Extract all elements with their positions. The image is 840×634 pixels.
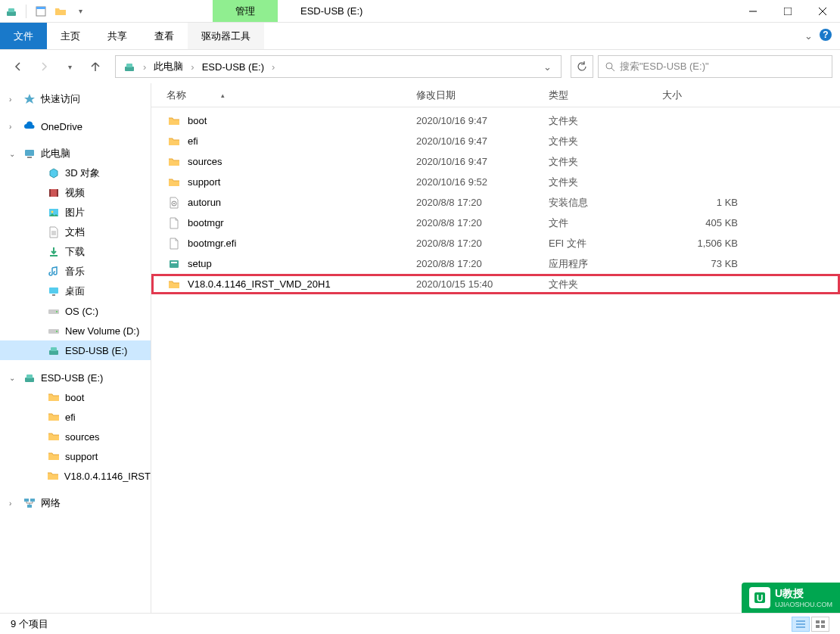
sidebar-item[interactable]: V18.0.4.1146_IRST [0,466,151,486]
sidebar-item[interactable]: OS (C:) [0,301,151,321]
tab-share[interactable]: 共享 [94,23,141,49]
expand-icon[interactable]: › [9,95,18,104]
file-row[interactable]: bootmgr 2020/8/8 17:20 文件 405 KB [151,213,840,233]
help-icon[interactable]: ? [819,28,832,44]
up-button[interactable] [85,56,106,77]
tab-drive-tools[interactable]: 驱动器工具 [188,23,264,49]
collapse-icon[interactable]: ⌄ [9,374,18,382]
watermark-badge-icon: U [749,587,770,608]
sidebar-label: ESD-USB (E:) [65,345,127,356]
chevron-right-icon[interactable]: › [189,61,195,73]
file-row[interactable]: sources 2020/10/16 9:47 文件夹 [151,151,840,172]
sidebar-item[interactable]: sources [0,427,151,446]
details-view-button[interactable] [792,617,810,632]
expand-icon[interactable]: › [9,499,18,508]
sidebar-label: boot [65,392,84,403]
recent-dropdown[interactable]: ▾ [59,56,80,77]
file-row[interactable]: bootmgr.efi 2020/8/8 17:20 EFI 文件 1,506 … [151,233,840,253]
file-date: 2020/8/8 17:20 [416,217,549,228]
tab-file[interactable]: 文件 [0,23,47,49]
column-size[interactable]: 大小 [662,89,738,102]
sidebar-item[interactable]: support [0,446,151,466]
sidebar-item[interactable]: New Volume (D:) [0,321,151,340]
exe-icon [166,256,182,272]
back-button[interactable] [8,56,29,77]
sidebar-item[interactable]: boot [0,387,151,407]
icons-view-button[interactable] [811,617,829,632]
address-dropdown[interactable]: ⌄ [537,61,558,73]
tab-view[interactable]: 查看 [141,23,188,49]
navigation-pane[interactable]: › 快速访问 › OneDrive ⌄ 此电脑 3D 对象 视频 [0,83,151,613]
sidebar-label: 网络 [41,496,61,510]
sidebar-item[interactable]: 桌面 [0,281,151,301]
ribbon: 文件 主页 共享 查看 驱动器工具 ⌄ ? [0,23,840,50]
column-type[interactable]: 类型 [549,89,662,102]
sidebar-network[interactable]: › 网络 [0,493,151,513]
sidebar-label: OneDrive [41,121,82,132]
sidebar-item[interactable]: 下载 [0,242,151,262]
minimize-button[interactable] [736,0,770,23]
picture-icon [47,206,61,219]
sidebar-label: 3D 对象 [65,166,100,180]
folder-icon [47,430,61,443]
sidebar-item[interactable]: 文档 [0,222,151,242]
svg-rect-46 [816,625,820,628]
sidebar-onedrive[interactable]: › OneDrive [0,117,151,136]
file-row[interactable]: autorun 2020/8/8 17:20 安装信息 1 KB [151,192,840,213]
main-content: › 快速访问 › OneDrive ⌄ 此电脑 3D 对象 视频 [0,83,840,613]
breadcrumb-this-pc[interactable]: 此电脑 [149,56,188,77]
breadcrumb-drive[interactable]: ESD-USB (E:) [198,56,269,77]
sidebar-item[interactable]: ESD-USB (E:) [0,340,151,360]
quick-access-toolbar: ▾ [0,5,92,18]
column-date[interactable]: 修改日期 [416,89,549,102]
file-type: 文件夹 [549,135,662,148]
refresh-button[interactable] [571,55,593,78]
tab-home[interactable]: 主页 [47,23,94,49]
sidebar-this-pc[interactable]: ⌄ 此电脑 [0,144,151,163]
svg-text:U: U [757,593,764,604]
sidebar-item[interactable]: 视频 [0,183,151,203]
file-type: 文件夹 [549,278,662,291]
sidebar-item[interactable]: 图片 [0,203,151,222]
search-input[interactable]: 搜索"ESD-USB (E:)" [598,55,832,78]
svg-rect-14 [25,150,34,156]
chevron-right-icon[interactable]: › [270,61,276,73]
close-button[interactable] [805,0,840,23]
chevron-right-icon[interactable]: › [142,61,148,73]
sidebar-item[interactable]: 3D 对象 [0,163,151,183]
file-row[interactable]: boot 2020/10/16 9:47 文件夹 [151,110,840,131]
collapse-icon[interactable]: ⌄ [9,150,18,158]
file-row[interactable]: support 2020/10/16 9:52 文件夹 [151,172,840,192]
sidebar-item[interactable]: 音乐 [0,262,151,281]
svg-rect-40 [171,262,177,263]
column-name[interactable]: 名称 [166,89,416,102]
qat-dropdown-icon[interactable]: ▾ [73,5,87,18]
forward-button[interactable] [33,56,54,77]
manage-label: 管理 [235,5,255,18]
maximize-button[interactable] [770,0,805,23]
file-row[interactable]: efi 2020/10/16 9:47 文件夹 [151,131,840,151]
music-icon [47,265,61,278]
svg-rect-33 [26,374,33,378]
svg-rect-45 [821,620,825,623]
file-row[interactable]: V18.0.4.1146_IRST_VMD_20H1 2020/10/15 15… [151,274,840,294]
sidebar-label: 音乐 [65,265,85,278]
window-controls [736,0,840,23]
new-folder-icon[interactable] [54,5,67,18]
cloud-icon [23,120,36,133]
file-row[interactable]: setup 2020/8/8 17:20 应用程序 73 KB [151,253,840,274]
sidebar-usb-drive[interactable]: ⌄ ESD-USB (E:) [0,368,151,387]
expand-icon[interactable]: › [9,123,18,131]
drive-icon [47,304,61,318]
ribbon-expand-icon[interactable]: ⌄ [804,30,813,42]
breadcrumb[interactable]: › 此电脑 › ESD-USB (E:) › ⌄ [115,55,562,78]
file-size: 73 KB [662,258,738,269]
sidebar-quick-access[interactable]: › 快速访问 [0,89,151,109]
file-name: autorun [188,197,416,208]
breadcrumb-root-icon[interactable] [119,56,140,77]
download-icon [47,245,61,259]
app-icon [5,5,18,18]
svg-rect-35 [30,499,35,502]
sidebar-item[interactable]: efi [0,407,151,427]
properties-icon[interactable] [34,5,48,18]
